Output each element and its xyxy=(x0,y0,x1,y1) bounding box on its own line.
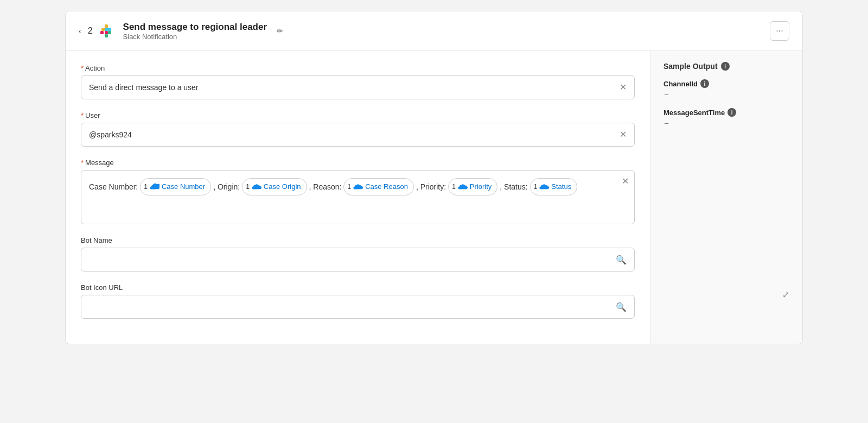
sidebar-section: Sample Output i ChannelId i – MessageSen… xyxy=(650,51,802,344)
user-label: * User xyxy=(81,111,635,119)
bot-icon-url-input[interactable]: 🔍 xyxy=(81,295,635,319)
sidebar-item-message-sent-time: MessageSentTime i – xyxy=(663,108,789,127)
bot-icon-url-label: Bot Icon URL xyxy=(81,283,635,292)
svg-rect-2 xyxy=(105,28,108,31)
sidebar-title: Sample Output i xyxy=(663,62,789,71)
bot-name-label: Bot Name xyxy=(81,236,635,244)
token-status-label: Status xyxy=(551,180,571,194)
user-value: @sparks924 xyxy=(89,130,132,139)
slack-logo xyxy=(99,22,117,40)
msg-text-priority: , Priority: xyxy=(416,179,446,194)
token-case-number-label: Case Number xyxy=(162,180,205,194)
bot-name-field: Bot Name 🔍 xyxy=(81,236,635,272)
page-wrapper: ‹ 2 Send message t xyxy=(0,0,868,423)
sidebar-item-channel-id: ChannelId i – xyxy=(663,79,789,98)
card-body: * Action Send a direct message to a user… xyxy=(66,51,802,344)
channel-id-title: ChannelId i xyxy=(663,79,789,88)
token-case-reason-label: Case Reason xyxy=(365,180,408,194)
header-left: ‹ 2 Send message t xyxy=(79,22,770,41)
token-case-reason[interactable]: 1 Case Reason xyxy=(343,178,413,195)
bot-icon-search-icon: 🔍 xyxy=(616,302,627,312)
msg-text-case-number: Case Number: xyxy=(89,179,138,194)
user-input[interactable]: @sparks924 ✕ xyxy=(81,123,635,147)
message-input-box[interactable]: Case Number: 1 Case Number xyxy=(81,170,635,224)
user-required-star: * xyxy=(81,111,84,119)
msg-text-status: , Status: xyxy=(500,179,527,194)
message-sent-time-info-icon[interactable]: i xyxy=(727,108,736,117)
action-label: * Action xyxy=(81,64,635,72)
token-priority-label: Priority xyxy=(470,180,492,194)
message-label: * Message xyxy=(81,159,635,167)
action-field: * Action Send a direct message to a user… xyxy=(81,64,635,99)
bot-name-input[interactable]: 🔍 xyxy=(81,248,635,272)
card-header: ‹ 2 Send message t xyxy=(66,11,802,51)
action-required-star: * xyxy=(81,64,84,72)
svg-rect-1 xyxy=(105,31,108,34)
main-card: ‹ 2 Send message t xyxy=(65,11,803,344)
salesforce-cloud-icon-4 xyxy=(458,183,468,191)
svg-rect-5 xyxy=(105,34,108,37)
step-number: 2 xyxy=(88,26,93,36)
token-priority[interactable]: 1 Priority xyxy=(448,178,497,195)
sidebar-spacer: ⤢ xyxy=(663,137,789,300)
user-clear-icon[interactable]: ✕ xyxy=(620,130,627,139)
collapse-chevron-icon[interactable]: ‹ xyxy=(79,27,81,35)
form-section: * Action Send a direct message to a user… xyxy=(66,51,650,344)
channel-id-info-icon[interactable]: i xyxy=(700,79,709,88)
expand-icon[interactable]: ⤢ xyxy=(782,289,789,300)
svg-rect-4 xyxy=(108,31,111,34)
message-clear-icon[interactable]: ✕ xyxy=(622,176,629,186)
message-required-star: * xyxy=(81,159,84,167)
action-input[interactable]: Send a direct message to a user ✕ xyxy=(81,75,635,99)
message-field: * Message Case Number: 1 xyxy=(81,159,635,224)
token-case-number[interactable]: 1 Case Number xyxy=(140,178,211,195)
svg-rect-0 xyxy=(100,31,104,34)
step-subtitle: Slack Notification xyxy=(123,33,267,41)
token-status[interactable]: 1 Status xyxy=(530,178,578,195)
message-sent-time-value: – xyxy=(663,119,789,127)
salesforce-cloud-icon-2 xyxy=(252,183,261,191)
action-value: Send a direct message to a user xyxy=(89,83,199,92)
header-title-group: Send message to regional leader Slack No… xyxy=(123,22,267,41)
svg-rect-3 xyxy=(108,28,111,31)
svg-rect-7 xyxy=(101,28,105,31)
svg-rect-6 xyxy=(105,24,108,28)
action-clear-icon[interactable]: ✕ xyxy=(620,83,627,92)
token-case-origin-label: Case Origin xyxy=(264,180,301,194)
salesforce-cloud-icon-5 xyxy=(539,183,549,191)
message-sent-time-title: MessageSentTime i xyxy=(663,108,789,117)
msg-text-reason: , Reason: xyxy=(309,179,342,194)
message-content: Case Number: 1 Case Number xyxy=(89,178,627,195)
msg-text-origin: , Origin: xyxy=(213,179,240,194)
bot-name-search-icon: 🔍 xyxy=(616,255,627,265)
edit-icon[interactable]: ✏ xyxy=(277,27,283,35)
token-case-origin[interactable]: 1 Case Origin xyxy=(242,178,307,195)
channel-id-value: – xyxy=(663,90,789,98)
more-options-button[interactable]: ··· xyxy=(770,21,789,41)
step-title: Send message to regional leader xyxy=(123,22,267,33)
salesforce-cloud-icon xyxy=(150,183,159,191)
user-field: * User @sparks924 ✕ xyxy=(81,111,635,147)
bot-icon-url-field: Bot Icon URL 🔍 xyxy=(81,283,635,319)
sample-output-info-icon[interactable]: i xyxy=(721,62,730,71)
salesforce-cloud-icon-3 xyxy=(353,183,363,191)
